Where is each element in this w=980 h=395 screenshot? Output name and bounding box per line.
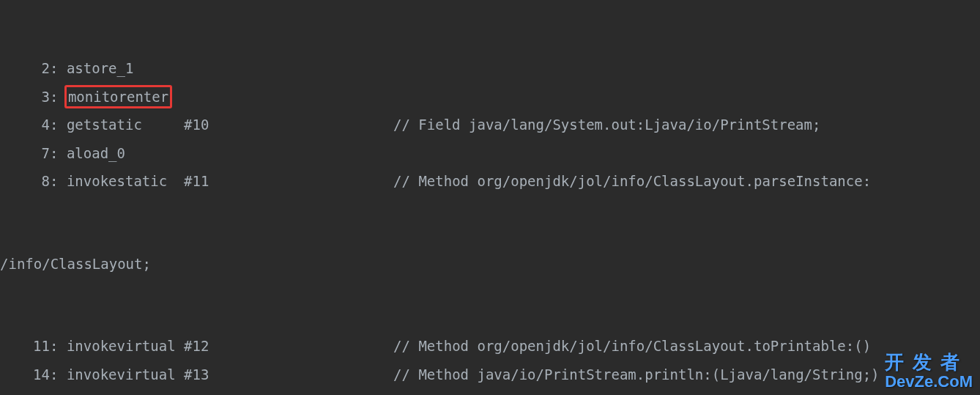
bytecode-listing: 2: astore_13: monitorenter4: getstatic #… <box>0 0 980 395</box>
code-line: 7: aload_0 <box>0 139 980 168</box>
instruction-arg: #13 <box>184 366 209 383</box>
watermark: 开发者 DevZe.CoM <box>885 352 973 391</box>
comment: // Method java/io/PrintStream.println:(L… <box>393 366 879 383</box>
colon: : <box>50 366 67 383</box>
colon: : <box>50 60 67 76</box>
comment: // Field java/lang/System.out:Ljava/io/P… <box>393 117 820 133</box>
continuation-line: /info/ClassLayout; <box>0 250 980 278</box>
colon: : <box>50 173 67 189</box>
colon: : <box>50 338 67 354</box>
line-number: 3 <box>0 83 50 111</box>
code-line: 17: aload_1 <box>0 388 980 395</box>
line-number: 14 <box>0 361 50 389</box>
line-number: 2 <box>0 54 50 83</box>
instruction: aload_0 <box>67 145 125 161</box>
instruction: getstatic <box>67 117 142 133</box>
code-line: 14: invokevirtual #13 // Method java/io/… <box>0 361 980 389</box>
colon: : <box>50 145 67 161</box>
instruction-arg: #10 <box>184 117 209 133</box>
instruction: invokevirtual <box>67 338 176 354</box>
colon: : <box>50 117 67 133</box>
comment: // Method org/openjdk/jol/info/ClassLayo… <box>393 173 871 189</box>
line-number: 17 <box>0 388 50 395</box>
code-line: 8: invokestatic #11 // Method org/openjd… <box>0 167 980 196</box>
code-line: 3: monitorenter <box>0 83 980 111</box>
code-line: 4: getstatic #10 // Field java/lang/Syst… <box>0 111 980 139</box>
line-number: 11 <box>0 332 50 361</box>
line-number: 7 <box>0 139 50 168</box>
instruction-arg: #11 <box>184 173 209 189</box>
code-line: 11: invokevirtual #12 // Method org/open… <box>0 332 980 361</box>
watermark-chinese: 开发者 <box>885 352 973 373</box>
instruction: invokestatic <box>67 173 167 189</box>
line-number: 4 <box>0 111 50 139</box>
watermark-english: DevZe.CoM <box>885 373 973 391</box>
highlighted-instruction: monitorenter <box>64 85 172 109</box>
instruction: invokevirtual <box>67 366 176 383</box>
code-line: 2: astore_1 <box>0 54 980 83</box>
comment: // Method org/openjdk/jol/info/ClassLayo… <box>393 338 871 354</box>
instruction: astore_1 <box>67 60 134 76</box>
instruction-arg: #12 <box>184 338 209 354</box>
line-number: 8 <box>0 167 50 196</box>
